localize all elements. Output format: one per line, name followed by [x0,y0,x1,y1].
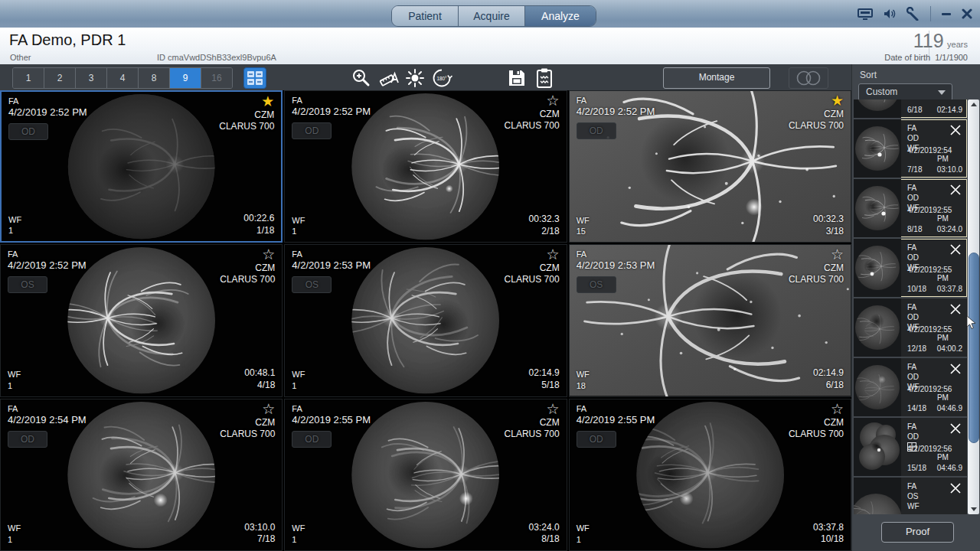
field-number: 1 [8,225,21,236]
brightness-icon[interactable] [404,67,426,89]
thumb-timestamp: 04:46.9 [937,404,962,412]
image-tile-9[interactable]: FA4/2/2019 2:55 PMOD ☆CZMCLARUS 700 WF1 … [569,399,851,551]
close-icon[interactable] [948,361,963,377]
thumb-laterality: OD [907,193,920,203]
patient-category: Other [10,53,31,62]
favorite-star-icon[interactable]: ★ [219,94,274,109]
thumb-frame-index: 12/18 [907,344,926,353]
thumbnail-item[interactable]: FAODWF 4/2/20192:55 PM 10/1803:37.8 [854,239,967,297]
scroll-up-icon[interactable] [971,103,977,106]
thumbnail-item[interactable]: FAOSWF [854,478,967,514]
close-icon[interactable] [948,481,963,496]
volume-icon[interactable] [883,8,897,20]
capture-datetime: 4/2/2019 2:55 PM [292,414,371,425]
patient-info-bar: FA Demo, PDR 1 Other ID cmaVwdDShB33exl9… [0,28,980,65]
thumbnail-item[interactable]: FAODWF 4/2/20192:56 PM 14/1804:46.9 [854,358,967,416]
layout-1-button[interactable]: 1 [13,68,44,88]
thumb-timestamp: 03:37.8 [937,285,962,293]
thumb-time: 2:54 PM [937,146,962,163]
grid-arrangement-button[interactable] [243,67,266,89]
favorite-star-icon[interactable]: ☆ [220,402,275,417]
mouse-cursor [966,315,977,334]
thumbnail-item[interactable]: FA OD 4/2/20192:56 PM 15/1804:46.9 [854,418,967,476]
modality-label: FA [577,404,655,413]
thumbnail-image [854,298,901,357]
model-label: CLARUS 700 [789,120,844,132]
close-icon[interactable] [948,421,963,436]
proof-button[interactable]: Proof [881,522,954,543]
image-tile-7[interactable]: FA4/2/2019 2:54 PMOD ☆CZMCLARUS 700 WF1 … [0,399,283,551]
modality-label: FA [8,404,87,413]
scrollbar-thumb[interactable] [969,253,979,443]
image-tile-5[interactable]: FA4/2/2019 2:53 PMOS ☆CZMCLARUS 700 WF1 … [284,244,567,396]
rotate-180-icon[interactable]: 180° [430,67,452,89]
tab-patient[interactable]: Patient [392,6,459,26]
sort-dropdown[interactable]: Custom [858,83,952,101]
tab-analyze[interactable]: Analyze [525,6,596,26]
model-label: CLARUS 700 [505,429,560,440]
minimize-icon[interactable] [941,8,952,19]
thumb-laterality: OD [907,133,920,143]
image-tile-1[interactable]: FA4/2/2019 2:52 PMOD ★CZMCLARUS 700 WF1 … [0,90,283,243]
layout-button-group: 1 2 3 4 8 9 16 [12,67,233,89]
frame-index: 8/18 [529,533,560,546]
save-icon[interactable] [506,67,528,89]
thumbnail-item[interactable]: FAODWF 4/2/20192:55 PM 8/1803:24.0 [854,179,967,237]
close-icon[interactable] [948,122,963,138]
image-tile-3[interactable]: FA4/2/2019 2:52 PMOD ★CZMCLARUS 700 WF15… [569,90,851,243]
close-icon[interactable] [948,242,963,257]
thumb-field: WF [907,501,920,511]
display-icon[interactable] [858,8,873,21]
thumb-modality: FA [907,422,919,432]
favorite-star-icon[interactable]: ☆ [505,402,560,417]
image-tile-4[interactable]: FA4/2/2019 2:52 PMOS ☆CZMCLARUS 700 WF1 … [0,244,283,396]
frame-index: 4/18 [244,380,275,392]
favorite-star-icon[interactable]: ☆ [789,402,844,417]
field-number: 15 [577,226,590,237]
layout-3-button[interactable]: 3 [76,68,107,88]
thumbnail-image [854,99,901,118]
model-label: CLARUS 700 [789,274,844,285]
layout-2-button[interactable]: 2 [44,68,76,88]
favorite-star-icon[interactable]: ☆ [505,247,560,262]
favorite-star-icon[interactable]: ☆ [789,247,844,262]
layout-16-button: 16 [201,68,232,88]
favorite-star-icon[interactable]: ★ [789,93,844,109]
thumb-modality: FA [907,123,920,133]
close-icon[interactable] [948,302,963,317]
frame-index: 7/18 [244,533,275,546]
capture-datetime: 4/2/2019 2:52 PM [292,106,371,117]
layout-8-button[interactable]: 8 [139,68,170,88]
thumbnail-item[interactable]: 6/1802:14.9 [854,99,967,118]
laterality-badge: OD [8,123,48,140]
image-tile-6[interactable]: FA4/2/2019 2:53 PMOS ☆CZMCLARUS 700 WF18… [569,244,851,396]
favorite-star-icon[interactable]: ☆ [505,93,560,109]
tab-acquire[interactable]: Acquire [459,6,525,26]
tools-icon[interactable] [906,7,920,21]
capture-datetime: 4/2/2019 2:52 PM [577,106,655,117]
report-clipboard-icon[interactable] [534,67,556,89]
image-tile-2[interactable]: FA4/2/2019 2:52 PMOD ☆CZMCLARUS 700 WF1 … [284,90,567,243]
thumbnail-image [854,239,901,297]
layout-9-button[interactable]: 9 [170,68,201,88]
montage-button[interactable]: Montage [663,67,770,89]
close-icon[interactable] [948,182,963,197]
thumbnail-item[interactable]: FAODWF 4/2/20192:54 PM 7/1803:10.0 [854,119,967,178]
scroll-down-icon[interactable] [971,507,977,511]
window-controls-separator [930,6,931,21]
measure-annotate-icon[interactable] [378,67,400,89]
favorite-star-icon[interactable]: ☆ [220,247,275,262]
zoom-tool-icon[interactable] [351,67,372,89]
close-icon[interactable] [962,8,972,19]
field-label: WF [577,369,590,380]
device-label: CZM [505,262,560,274]
frame-index: 2/18 [529,226,560,238]
device-label: CZM [789,417,844,429]
frame-timestamp: 03:10.0 [244,522,275,534]
layout-4-button[interactable]: 4 [107,68,139,88]
sort-value: Custom [866,86,897,97]
image-tile-8[interactable]: FA4/2/2019 2:55 PMOD ☆CZMCLARUS 700 WF1 … [284,399,567,551]
thumbnail-item[interactable]: FAODWF 4/2/20192:55 PM 12/1804:00.2 [854,298,967,357]
thumbnail-scrollbar[interactable] [968,99,979,514]
thumb-timestamp: 04:46.9 [937,464,962,472]
